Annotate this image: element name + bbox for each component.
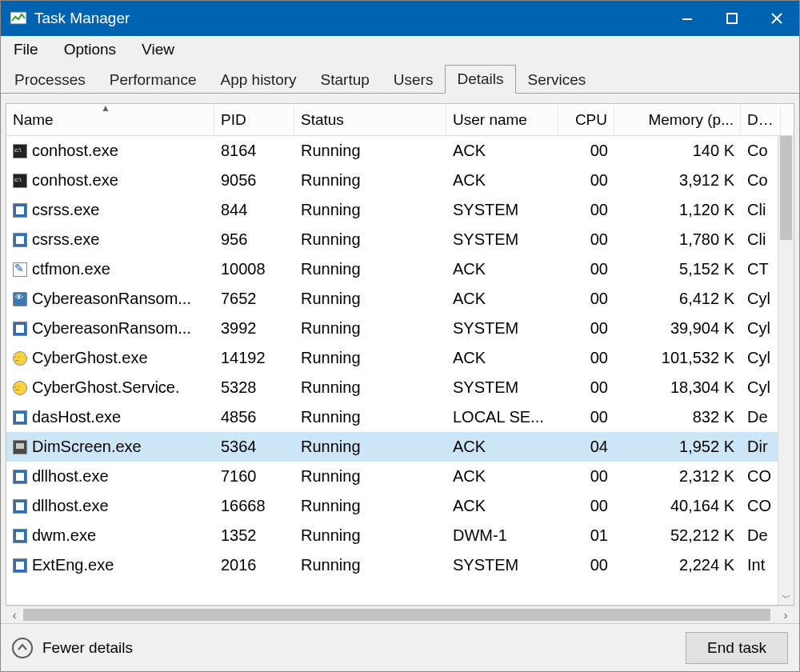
menu-bar: File Options View (1, 36, 799, 63)
process-name: csrss.exe (32, 230, 99, 249)
table-row[interactable]: CyberGhost.Service.5328RunningSYSTEM0018… (6, 373, 794, 402)
process-description: CO (741, 464, 781, 489)
process-description: Co (741, 138, 781, 163)
col-memory[interactable]: Memory (p... (614, 106, 741, 134)
process-cpu: 00 (558, 168, 614, 193)
process-cpu: 00 (558, 138, 614, 163)
horizontal-scrollbar[interactable]: ‹ › (6, 606, 794, 623)
process-status: Running (294, 316, 446, 341)
process-memory: 40,164 K (614, 494, 741, 518)
scroll-down-icon[interactable]: ﹀ (778, 590, 794, 605)
process-name: CybereasonRansom... (32, 290, 191, 308)
tab-services[interactable]: Services (516, 66, 598, 94)
process-pid: 2016 (214, 553, 294, 578)
col-description[interactable]: Des (741, 106, 781, 134)
process-icon (13, 174, 27, 188)
process-cpu: 00 (558, 346, 614, 370)
tab-processes[interactable]: Processes (2, 66, 98, 94)
process-pid: 10008 (214, 257, 294, 282)
process-user: ACK (446, 464, 558, 489)
footer: Fewer details End task (1, 623, 799, 671)
vertical-scrollbar[interactable]: ︿ ﹀ (778, 136, 794, 605)
col-cpu[interactable]: CPU (558, 106, 614, 134)
list-header: ▲ Name PID Status User name CPU Memory (… (6, 104, 794, 136)
scroll-thumb[interactable] (780, 136, 792, 240)
process-pid: 7160 (214, 464, 294, 489)
hscroll-thumb[interactable] (23, 609, 770, 621)
table-row[interactable]: DimScreen.exe5364RunningACK041,952 KDir (6, 432, 794, 462)
process-memory: 5,152 K (614, 257, 741, 282)
process-icon (13, 499, 27, 514)
process-name: dllhost.exe (32, 497, 109, 515)
table-row[interactable]: ExtEng.exe2016RunningSYSTEM002,224 KInt (6, 550, 794, 580)
process-memory: 52,212 K (614, 523, 741, 548)
scroll-left-icon[interactable]: ‹ (6, 606, 23, 623)
tab-performance[interactable]: Performance (98, 66, 209, 94)
menu-options[interactable]: Options (61, 39, 119, 60)
process-status: Running (294, 346, 446, 370)
process-description: Cyl (741, 375, 781, 400)
titlebar[interactable]: Task Manager (1, 1, 799, 36)
process-icon (13, 440, 27, 454)
process-status: Running (294, 434, 446, 459)
tab-app-history[interactable]: App history (208, 66, 308, 94)
process-user: SYSTEM (446, 316, 558, 341)
minimize-button[interactable] (665, 1, 710, 36)
fewer-details-icon[interactable] (12, 638, 33, 658)
table-row[interactable]: dllhost.exe16668RunningACK0040,164 KCO (6, 491, 794, 521)
table-row[interactable]: csrss.exe956RunningSYSTEM001,780 KCli (6, 225, 794, 254)
fewer-details-label[interactable]: Fewer details (42, 639, 133, 657)
process-status: Running (294, 405, 446, 430)
menu-file[interactable]: File (10, 39, 42, 60)
svg-rect-2 (727, 14, 737, 23)
process-cpu: 00 (558, 286, 614, 311)
process-memory: 2,224 K (614, 553, 741, 578)
process-status: Running (294, 286, 446, 311)
process-list: ▲ Name PID Status User name CPU Memory (… (6, 103, 794, 606)
end-task-button[interactable]: End task (686, 632, 788, 664)
tab-startup[interactable]: Startup (309, 66, 382, 94)
menu-view[interactable]: View (138, 39, 178, 60)
table-row[interactable]: ctfmon.exe10008RunningACK005,152 KCT (6, 254, 794, 284)
tab-users[interactable]: Users (382, 66, 446, 94)
process-user: ACK (446, 346, 558, 370)
process-memory: 3,912 K (614, 168, 741, 193)
col-name[interactable]: Name (6, 106, 214, 134)
process-memory: 832 K (614, 405, 741, 430)
process-cpu: 01 (558, 523, 614, 548)
col-pid[interactable]: PID (214, 106, 294, 134)
process-name: csrss.exe (32, 201, 99, 219)
close-button[interactable] (754, 1, 799, 36)
table-row[interactable]: csrss.exe844RunningSYSTEM001,120 KCli (6, 195, 794, 225)
process-cpu: 00 (558, 553, 614, 578)
process-name: ExtEng.exe (32, 556, 114, 574)
scroll-right-icon[interactable]: › (777, 606, 794, 623)
process-status: Running (294, 494, 446, 518)
process-pid: 3992 (214, 316, 294, 341)
col-status[interactable]: Status (294, 106, 446, 134)
process-name: ctfmon.exe (32, 260, 110, 278)
table-row[interactable]: dasHost.exe4856RunningLOCAL SE...00832 K… (6, 402, 794, 432)
table-row[interactable]: CybereasonRansom...7652RunningACK006,412… (6, 284, 794, 314)
tab-details[interactable]: Details (445, 65, 515, 94)
process-pid: 9056 (214, 168, 294, 193)
process-icon (13, 262, 27, 277)
process-pid: 7652 (214, 286, 294, 311)
process-memory: 140 K (614, 138, 741, 163)
process-cpu: 00 (558, 257, 614, 282)
process-user: ACK (446, 168, 558, 193)
process-memory: 1,780 K (614, 227, 741, 252)
table-row[interactable]: CyberGhost.exe14192RunningACK00101,532 K… (6, 343, 794, 373)
process-description: Co (741, 168, 781, 193)
task-manager-window: Task Manager File Options View Processes… (0, 0, 800, 672)
col-user[interactable]: User name (446, 106, 558, 134)
table-row[interactable]: conhost.exe8164RunningACK00140 KCo (6, 136, 794, 166)
table-row[interactable]: dwm.exe1352RunningDWM-10152,212 KDe (6, 521, 794, 550)
process-cpu: 00 (558, 375, 614, 400)
maximize-button[interactable] (710, 1, 754, 36)
process-name: dwm.exe (32, 526, 96, 545)
process-icon (13, 529, 27, 543)
table-row[interactable]: conhost.exe9056RunningACK003,912 KCo (6, 166, 794, 195)
table-row[interactable]: CybereasonRansom...3992RunningSYSTEM0039… (6, 314, 794, 343)
table-row[interactable]: dllhost.exe7160RunningACK002,312 KCO (6, 462, 794, 491)
